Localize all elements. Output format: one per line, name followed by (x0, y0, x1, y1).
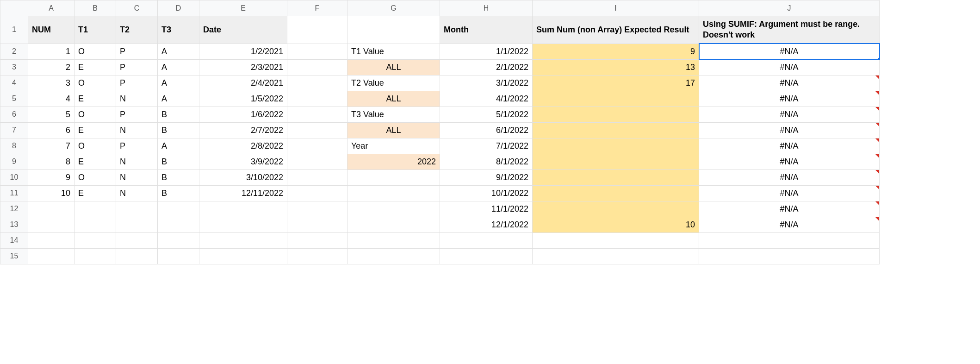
cell-I13[interactable]: 10 (533, 217, 699, 232)
cell-C5[interactable]: N (116, 91, 158, 107)
cell-B9[interactable]: E (74, 154, 116, 169)
cell-E14[interactable] (199, 232, 287, 248)
note-indicator-icon[interactable] (875, 91, 879, 95)
cell-C7[interactable]: N (116, 122, 158, 138)
cell-J9[interactable]: #N/A (699, 154, 880, 169)
cell-F12[interactable] (287, 201, 347, 217)
cell-F14[interactable] (287, 232, 347, 248)
cell-D8[interactable]: A (158, 138, 199, 154)
cell-J11[interactable]: #N/A (699, 185, 880, 201)
col-header-G[interactable]: G (347, 0, 440, 16)
row-header-3[interactable]: 3 (0, 59, 28, 75)
cell-B13[interactable] (74, 217, 116, 232)
cell-D4[interactable]: A (158, 75, 199, 91)
cell-I6[interactable] (533, 107, 699, 122)
cell-B10[interactable]: O (74, 169, 116, 185)
row-header-10[interactable]: 10 (0, 169, 28, 185)
note-indicator-icon[interactable] (875, 201, 879, 205)
cell-C4[interactable]: P (116, 75, 158, 91)
cell-H3[interactable]: 2/1/2022 (440, 59, 533, 75)
cell-B2[interactable]: O (74, 44, 116, 59)
row-header-6[interactable]: 6 (0, 107, 28, 122)
cell-C15[interactable] (116, 248, 158, 264)
cell-D3[interactable]: A (158, 59, 199, 75)
cell-B7[interactable]: E (74, 122, 116, 138)
cell-J15[interactable] (699, 248, 880, 264)
cell-A14[interactable] (28, 232, 74, 248)
cell-H12[interactable]: 11/1/2022 (440, 201, 533, 217)
cell-H6[interactable]: 5/1/2022 (440, 107, 533, 122)
cell-H7[interactable]: 6/1/2022 (440, 122, 533, 138)
cell-E7[interactable]: 2/7/2022 (199, 122, 287, 138)
cell-H4[interactable]: 3/1/2022 (440, 75, 533, 91)
cell-A10[interactable]: 9 (28, 169, 74, 185)
cell-B15[interactable] (74, 248, 116, 264)
cell-H5[interactable]: 4/1/2022 (440, 91, 533, 107)
cell-I11[interactable] (533, 185, 699, 201)
cell-B4[interactable]: O (74, 75, 116, 91)
cell-J3[interactable]: #N/A (699, 59, 880, 75)
cell-F7[interactable] (287, 122, 347, 138)
spreadsheet-grid[interactable]: A B C D E F G H I J 1 NUM T1 T2 T3 Date … (0, 0, 880, 264)
cell-J2[interactable]: #N/A (699, 44, 880, 59)
row-header-8[interactable]: 8 (0, 138, 28, 154)
cell-G14[interactable] (347, 232, 440, 248)
cell-I9[interactable] (533, 154, 699, 169)
cell-B14[interactable] (74, 232, 116, 248)
cell-B5[interactable]: E (74, 91, 116, 107)
cell-B8[interactable]: O (74, 138, 116, 154)
cell-C3[interactable]: P (116, 59, 158, 75)
cell-I14[interactable] (533, 232, 699, 248)
cell-G11[interactable] (347, 185, 440, 201)
cell-B3[interactable]: E (74, 59, 116, 75)
cell-C13[interactable] (116, 217, 158, 232)
col-header-J[interactable]: J (699, 0, 880, 16)
col-header-H[interactable]: H (440, 0, 533, 16)
cell-E10[interactable]: 3/10/2022 (199, 169, 287, 185)
cell-H8[interactable]: 7/1/2022 (440, 138, 533, 154)
cell-D2[interactable]: A (158, 44, 199, 59)
note-indicator-icon[interactable] (875, 170, 879, 174)
cell-A11[interactable]: 10 (28, 185, 74, 201)
cell-C10[interactable]: N (116, 169, 158, 185)
cell-E5[interactable]: 1/5/2022 (199, 91, 287, 107)
cell-D1[interactable]: T3 (158, 16, 199, 44)
cell-E3[interactable]: 2/3/2021 (199, 59, 287, 75)
cell-C6[interactable]: P (116, 107, 158, 122)
cell-C9[interactable]: N (116, 154, 158, 169)
cell-A6[interactable]: 5 (28, 107, 74, 122)
cell-E2[interactable]: 1/2/2021 (199, 44, 287, 59)
note-indicator-icon[interactable] (875, 75, 879, 79)
cell-F15[interactable] (287, 248, 347, 264)
cell-J5[interactable]: #N/A (699, 91, 880, 107)
row-header-2[interactable]: 2 (0, 44, 28, 59)
row-header-1[interactable]: 1 (0, 16, 28, 44)
cell-E13[interactable] (199, 217, 287, 232)
cell-G9[interactable]: 2022 (347, 154, 440, 169)
selection-handle[interactable] (878, 58, 880, 60)
note-indicator-icon[interactable] (875, 186, 879, 189)
cell-G5[interactable]: ALL (347, 91, 440, 107)
cell-F13[interactable] (287, 217, 347, 232)
row-header-5[interactable]: 5 (0, 91, 28, 107)
cell-G13[interactable] (347, 217, 440, 232)
row-header-14[interactable]: 14 (0, 232, 28, 248)
row-header-4[interactable]: 4 (0, 75, 28, 91)
cell-D9[interactable]: B (158, 154, 199, 169)
cell-B1[interactable]: T1 (74, 16, 116, 44)
cell-H14[interactable] (440, 232, 533, 248)
cell-H9[interactable]: 8/1/2022 (440, 154, 533, 169)
cell-E1[interactable]: Date (199, 16, 287, 44)
cell-G8[interactable]: Year (347, 138, 440, 154)
cell-G6[interactable]: T3 Value (347, 107, 440, 122)
cell-D5[interactable]: A (158, 91, 199, 107)
cell-H13[interactable]: 12/1/2022 (440, 217, 533, 232)
cell-F2[interactable] (287, 44, 347, 59)
cell-A15[interactable] (28, 248, 74, 264)
cell-D15[interactable] (158, 248, 199, 264)
col-header-D[interactable]: D (158, 0, 199, 16)
cell-D7[interactable]: B (158, 122, 199, 138)
cell-A4[interactable]: 3 (28, 75, 74, 91)
cell-D11[interactable]: B (158, 185, 199, 201)
cell-F11[interactable] (287, 185, 347, 201)
